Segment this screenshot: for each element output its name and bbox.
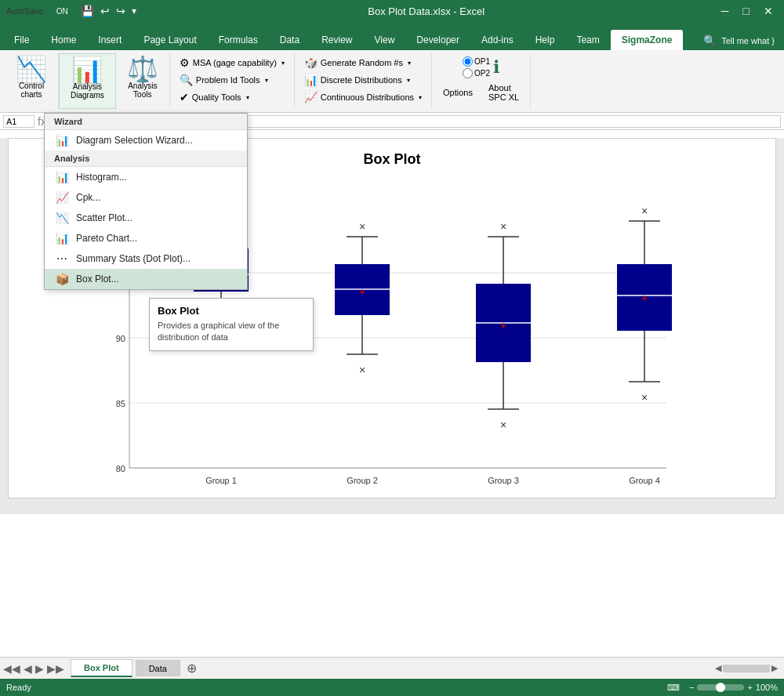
control-charts-btn[interactable]: 📉 Controlcharts (9, 55, 53, 100)
tab-view[interactable]: View (364, 30, 406, 50)
ribbon-dropdowns-col1: ⚙ MSA (gage capability) ▾ 🔍 Problem Id T… (170, 53, 295, 109)
generate-random-arrow: ▾ (408, 60, 411, 67)
sheet-tab-data[interactable]: Data (136, 660, 180, 676)
redo-icon[interactable]: ↪ (116, 5, 125, 17)
box-plot-icon: 📦 (54, 273, 70, 285)
tab-sigmazone[interactable]: SigmaZone (611, 30, 684, 50)
tab-file[interactable]: File (3, 30, 40, 50)
sheet-tab-box-plot[interactable]: Box Plot (71, 659, 132, 677)
control-charts-icon: 📉 (16, 56, 47, 82)
autosave-toggle[interactable]: ON (50, 6, 74, 16)
discrete-label: Discrete Distributions (321, 75, 402, 85)
analysis-diagrams-btn[interactable]: 📊 AnalysisDiagrams (64, 56, 111, 101)
wizard-label: Diagram Selection Wizard... (76, 135, 193, 146)
g3-outlier-top: × (500, 220, 506, 233)
add-sheet-btn[interactable]: ⊕ (180, 658, 203, 679)
op2-radio[interactable] (463, 68, 473, 78)
problem-id-label: Problem Id Tools (196, 75, 260, 85)
tab-navigation: ◀◀ ◀ ▶ ▶▶ (0, 662, 67, 675)
g4-outlier-bot: × (641, 391, 648, 404)
g2-label: Group 2 (347, 476, 378, 485)
wizard-icon: 📊 (54, 134, 70, 147)
zoom-slider[interactable] (697, 684, 744, 691)
tab-data[interactable]: Data (269, 30, 310, 50)
y-label-90: 90 (116, 334, 125, 343)
problem-id-dropdown[interactable]: 🔍 Problem Id Tools ▾ (175, 72, 289, 88)
tell-me-label[interactable]: Tell me what } (721, 36, 775, 45)
pareto-chart-label: Pareto Chart... (76, 233, 137, 244)
scroll-indicator: ◀ ▶ (715, 663, 778, 673)
more-icon[interactable]: ▾ (132, 5, 136, 16)
g1-label: Group 1 (205, 476, 237, 485)
g2-mean: + (359, 287, 365, 298)
tab-first-btn[interactable]: ◀◀ (3, 662, 20, 675)
horizontal-scroll-area: ◀ ▶ (203, 663, 784, 673)
ribbon-dropdowns-col2: 🎲 Generate Random #s ▾ 📊 Discrete Distri… (295, 53, 432, 109)
y-label-80: 80 (116, 464, 125, 473)
tab-bar: ◀◀ ◀ ▶ ▶▶ Box Plot Data ⊕ ◀ ▶ (0, 657, 784, 679)
continuous-distributions-dropdown[interactable]: 📈 Continuous Distributions ▾ (299, 89, 426, 105)
msa-dropdown[interactable]: ⚙ MSA (gage capability) ▾ (175, 55, 289, 71)
control-charts-label: Controlcharts (19, 82, 44, 99)
tab-add-ins[interactable]: Add-ins (470, 30, 524, 50)
cell-reference-input[interactable] (3, 115, 34, 128)
quality-tools-dropdown[interactable]: ✔ Quality Tools ▾ (175, 89, 289, 105)
tooltip-title: Box Plot (158, 305, 305, 317)
summary-stats-label: Summary Stats (Dot Plot)... (76, 253, 191, 264)
problem-id-icon: 🔍 (180, 74, 193, 86)
scroll-right-btn[interactable]: ▶ (771, 663, 778, 673)
tab-review[interactable]: Review (310, 30, 363, 50)
tab-insert[interactable]: Insert (87, 30, 132, 50)
summary-stats-item[interactable]: ⋯ Summary Stats (Dot Plot)... (45, 248, 247, 269)
summary-stats-icon: ⋯ (54, 252, 70, 265)
msa-arrow: ▾ (281, 60, 285, 67)
g3-outlier-bot: × (500, 419, 506, 431)
continuous-arrow: ▾ (419, 94, 422, 101)
discrete-distributions-dropdown[interactable]: 📊 Discrete Distributions ▾ (299, 72, 426, 88)
zoom-out-btn[interactable]: − (689, 683, 694, 692)
analysis-diagrams-icon: 📊 (71, 57, 103, 82)
tab-home[interactable]: Home (40, 30, 87, 50)
quality-tools-arrow: ▾ (246, 94, 249, 101)
window-title: Box Plot Data.xlsx - Excel (368, 5, 485, 17)
tab-help[interactable]: Help (524, 30, 566, 50)
minimize-btn[interactable]: ─ (717, 5, 734, 17)
save-icon[interactable]: 💾 (81, 5, 94, 17)
status-bar: Ready ⌨ − + 100% (0, 679, 784, 696)
generate-random-dropdown[interactable]: 🎲 Generate Random #s ▾ (299, 55, 426, 71)
cpk-label: Cpk... (76, 192, 100, 203)
cpk-item[interactable]: 📈 Cpk... (45, 187, 247, 208)
g4-label: Group 4 (629, 476, 660, 485)
pareto-chart-item[interactable]: 📊 Pareto Chart... (45, 228, 247, 248)
histogram-item[interactable]: 📊 Histogram... (45, 167, 247, 187)
scroll-thumb[interactable] (723, 665, 770, 672)
diagram-selection-wizard-item[interactable]: 📊 Diagram Selection Wizard... (45, 130, 247, 150)
scatter-plot-item[interactable]: 📉 Scatter Plot... (45, 208, 247, 228)
tab-last-btn[interactable]: ▶▶ (47, 662, 64, 675)
tab-page-layout[interactable]: Page Layout (132, 30, 207, 50)
zoom-level: 100% (756, 683, 778, 692)
cpk-icon: 📈 (54, 191, 70, 204)
zoom-in-btn[interactable]: + (747, 683, 752, 692)
tab-team[interactable]: Team (565, 30, 610, 50)
tab-prev-btn[interactable]: ◀ (24, 662, 32, 675)
tab-next-btn[interactable]: ▶ (35, 662, 44, 675)
ready-label: Ready (6, 683, 31, 692)
options-label: Options (443, 88, 473, 97)
about-btn[interactable]: AboutSPC XL (484, 82, 524, 103)
maximize-btn[interactable]: □ (739, 5, 754, 17)
analysis-diagrams-label: AnalysisDiagrams (71, 82, 104, 100)
options-btn[interactable]: Options (438, 82, 477, 103)
close-btn[interactable]: ✕ (759, 5, 778, 17)
tab-developer[interactable]: Developer (405, 30, 470, 50)
box-plot-item[interactable]: 📦 Box Plot... (45, 269, 247, 289)
scroll-left-btn[interactable]: ◀ (715, 663, 721, 673)
search-icon[interactable]: 🔍 (703, 34, 717, 47)
g4-outlier-top: × (641, 205, 648, 217)
analysis-tools-icon: ⚖️ (127, 56, 158, 82)
undo-icon[interactable]: ↩ (100, 5, 110, 17)
options-about-btns: Options AboutSPC XL (438, 82, 524, 103)
op1-radio[interactable] (463, 56, 473, 67)
tab-formulas[interactable]: Formulas (208, 30, 269, 50)
analysis-tools-btn[interactable]: ⚖️ AnalysisTools (121, 55, 165, 100)
